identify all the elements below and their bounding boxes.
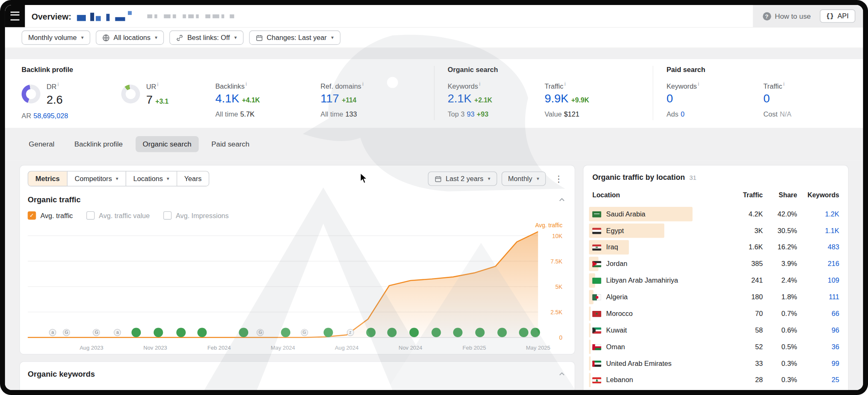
location-table-row[interactable]: Lebanon 28 0.3% 25 — [592, 372, 839, 388]
google-update-marker[interactable] — [366, 328, 376, 337]
metrics-summary: Backlink profile DRi 2.6 AR58,695,028 — [5, 59, 863, 128]
keywords-link[interactable]: 1.2K — [797, 210, 839, 218]
location-table-row[interactable]: Libyan Arab Jamahiriya 241 2.4% 109 — [592, 272, 839, 289]
column-keywords[interactable]: Keywords — [797, 191, 839, 199]
keywords-link[interactable]: 25 — [797, 376, 839, 384]
keywords-link[interactable]: 36 — [797, 343, 839, 351]
info-icon[interactable]: i — [57, 82, 59, 87]
segment-years[interactable]: Years — [177, 171, 210, 186]
group-title-organic-search: Organic search — [448, 66, 653, 74]
country-name: Oman — [606, 343, 625, 351]
google-update-marker[interactable] — [281, 328, 290, 337]
metric-ref-domains: Ref. domainsi 117+114 All time133 — [321, 81, 426, 120]
avg-impressions-checkbox[interactable]: Avg. Impressions — [163, 211, 229, 220]
info-icon[interactable]: i — [783, 81, 785, 87]
collapse-chevron-icon[interactable] — [557, 370, 567, 378]
google-update-marker[interactable] — [409, 328, 419, 337]
x-axis-tick: Nov 2024 — [399, 345, 422, 351]
google-update-marker[interactable] — [197, 328, 207, 337]
location-table-row[interactable]: Kuwait 58 0.6% 96 — [592, 322, 839, 339]
google-update-marker[interactable] — [475, 328, 485, 337]
organic-traffic-value[interactable]: 9.9K — [544, 92, 568, 105]
location-table-row[interactable]: Morocco 70 0.7% 66 — [592, 306, 839, 322]
keywords-link[interactable]: 66 — [797, 310, 839, 318]
info-icon[interactable]: i — [157, 82, 159, 87]
timeline-note-marker[interactable]: G — [257, 329, 264, 336]
keywords-link[interactable]: 483 — [797, 243, 839, 251]
info-icon[interactable]: i — [479, 81, 480, 87]
changes-filter-button[interactable]: Changes: Last year ▾ — [249, 30, 340, 45]
keywords-link[interactable]: 99 — [797, 360, 839, 368]
country-flag — [592, 261, 601, 267]
api-button[interactable]: {} API — [820, 10, 856, 23]
google-update-marker[interactable] — [154, 328, 163, 337]
google-update-marker[interactable] — [387, 328, 397, 337]
timeline-note-marker[interactable]: a — [114, 329, 121, 336]
info-icon[interactable]: i — [246, 81, 247, 87]
organic-keywords-value[interactable]: 2.1K — [448, 92, 471, 105]
tab-paid-search[interactable]: Paid search — [204, 136, 257, 152]
info-icon[interactable]: i — [564, 81, 566, 87]
chart-plot-area[interactable]: aGGaGGz — [27, 224, 538, 343]
location-table-row[interactable]: Iraq 1.6K 16.2% 483 — [592, 239, 839, 256]
paid-keywords-value[interactable]: 0 — [666, 92, 673, 105]
google-update-marker[interactable] — [497, 328, 507, 337]
keywords-link[interactable]: 111 — [797, 293, 839, 301]
column-location[interactable]: Location — [592, 191, 728, 199]
best-links-filter-button[interactable]: Best links: Off ▾ — [170, 30, 243, 45]
segment-locations[interactable]: Locations▾ — [125, 171, 177, 186]
how-to-use-button[interactable]: ? How to use — [763, 12, 811, 20]
timeline-note-marker[interactable]: z — [347, 329, 354, 336]
segment-competitors[interactable]: Competitors▾ — [67, 171, 126, 186]
keywords-link[interactable]: 109 — [797, 277, 839, 285]
date-range-button[interactable]: Last 2 years ▾ — [428, 171, 497, 186]
google-update-marker[interactable] — [431, 328, 441, 337]
info-icon[interactable]: i — [698, 81, 699, 87]
collapse-chevron-icon[interactable] — [557, 196, 567, 204]
location-table-row[interactable]: Oman 52 0.5% 36 — [592, 338, 839, 355]
section-tabs: General Backlink profile Organic search … — [5, 128, 863, 160]
locations-filter-label: All locations — [114, 34, 151, 42]
info-icon[interactable]: i — [362, 81, 364, 87]
location-table-row[interactable]: United Arab Emirates 33 0.3% 99 — [592, 355, 839, 372]
paid-traffic-value[interactable]: 0 — [763, 92, 770, 105]
location-table-row[interactable]: Egypt 3K 30.5% 1.1K — [592, 222, 839, 239]
y-axis-tick: 5K — [555, 283, 562, 290]
chevron-down-icon: ▾ — [116, 176, 118, 181]
location-table-row[interactable]: Algeria 180 1.8% 111 — [592, 289, 839, 306]
locations-filter-button[interactable]: All locations ▾ — [96, 30, 164, 45]
google-update-marker[interactable] — [519, 328, 529, 337]
keywords-link[interactable]: 1.1K — [797, 227, 839, 235]
avg-traffic-checkbox[interactable]: ✓ Avg. traffic — [27, 211, 72, 220]
paid-search-group: Paid search Keywordsi 0 Ads0 Traffici 0 … — [653, 66, 846, 120]
timeline-note-marker[interactable]: G — [301, 329, 308, 336]
ar-rank-link[interactable]: 58,695,028 — [33, 112, 68, 120]
segment-metrics[interactable]: Metrics — [27, 171, 67, 186]
avg-traffic-value-checkbox[interactable]: Avg. traffic value — [86, 211, 150, 220]
tab-backlink-profile[interactable]: Backlink profile — [67, 136, 130, 152]
tab-organic-search[interactable]: Organic search — [135, 136, 199, 152]
column-share[interactable]: Share — [763, 191, 797, 199]
timeline-note-marker[interactable]: a — [49, 329, 56, 336]
more-options-icon[interactable]: ⋮ — [550, 172, 567, 185]
google-update-marker[interactable] — [239, 328, 249, 337]
location-table-row[interactable]: Saudi Arabia 4.2K 42.0% 1.2K — [592, 206, 839, 222]
location-table-row[interactable]: Jordan 385 3.9% 216 — [592, 256, 839, 272]
tab-general[interactable]: General — [22, 136, 62, 152]
share-value: 3.9% — [763, 260, 797, 268]
timeline-note-marker[interactable]: G — [93, 329, 100, 336]
timeline-note-marker[interactable]: G — [63, 329, 70, 336]
volume-filter-button[interactable]: Monthly volume ▾ — [22, 30, 90, 45]
google-update-marker[interactable] — [132, 328, 141, 337]
google-update-marker[interactable] — [324, 328, 333, 337]
top3-link[interactable]: 93 — [467, 111, 474, 119]
keywords-link[interactable]: 216 — [797, 260, 839, 268]
keywords-link[interactable]: 96 — [797, 326, 839, 334]
sidebar-toggle[interactable] — [5, 5, 25, 27]
granularity-label: Monthly — [508, 175, 532, 183]
column-traffic[interactable]: Traffic — [728, 191, 763, 199]
google-update-marker[interactable] — [176, 328, 186, 337]
granularity-button[interactable]: Monthly ▾ — [501, 171, 546, 186]
google-update-marker[interactable] — [453, 328, 463, 337]
share-bar — [589, 340, 591, 354]
